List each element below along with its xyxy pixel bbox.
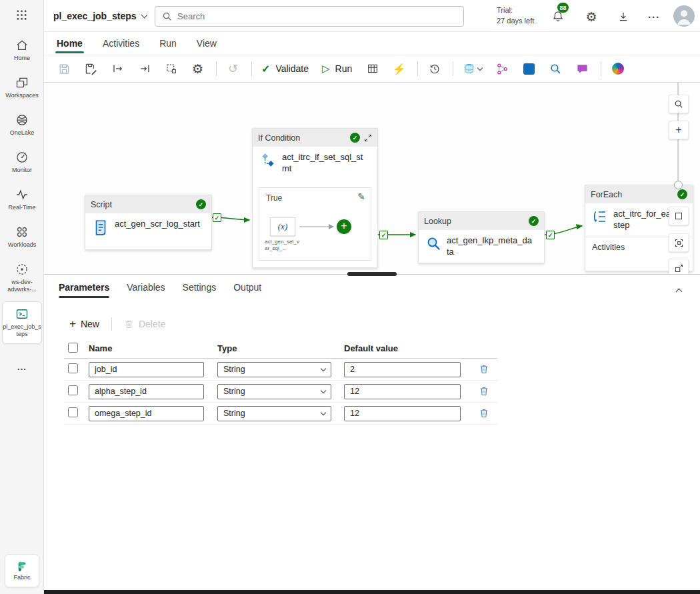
comments-button[interactable] — [573, 59, 592, 79]
app-launcher-icon[interactable] — [16, 9, 27, 23]
run-button[interactable]: ▷ Run — [322, 63, 352, 75]
validate-button[interactable]: ✓ Validate — [261, 63, 309, 75]
new-parameter-button[interactable]: + New — [64, 317, 105, 331]
param-default-input[interactable] — [344, 406, 461, 421]
row-checkbox[interactable] — [68, 407, 78, 417]
sidebar-item-monitor[interactable]: Monitor — [0, 150, 44, 174]
param-name-input[interactable] — [89, 384, 204, 399]
sidebar-item-pipeline[interactable]: pl_exec_job_steps — [2, 301, 42, 344]
window-bottom-edge — [44, 589, 700, 594]
blue-square-icon — [523, 63, 535, 75]
more-options-button[interactable]: ··· — [644, 7, 664, 27]
schedule-button[interactable]: ⚡ — [389, 59, 409, 79]
sidebar-item-label: Monitor — [2, 167, 42, 174]
fabric-home-button[interactable]: Fabric — [5, 554, 39, 587]
tab-parameters[interactable]: Parameters — [59, 275, 109, 300]
run-history-button[interactable] — [425, 59, 444, 79]
activity-lookup[interactable]: Lookup ✓ act_gen_lkp_meta_data — [418, 211, 545, 263]
delete-row-button[interactable] — [471, 408, 497, 419]
activity-script[interactable]: Script ✓ act_gen_scr_log_start — [85, 195, 212, 250]
panel-resize-handle[interactable] — [347, 272, 397, 276]
sidebar-item-onelake[interactable]: OneLake — [0, 113, 44, 137]
sidebar-item-workspace[interactable]: ws-dev-advwrks-... — [0, 262, 44, 294]
branch-arrow-icon — [299, 223, 335, 231]
activity-header: Script ✓ — [85, 195, 211, 213]
branch-icon — [496, 63, 509, 75]
pipeline-settings-button[interactable]: ⚙ — [188, 59, 207, 79]
tab-output[interactable]: Output — [233, 275, 261, 300]
param-default-input[interactable] — [344, 384, 461, 399]
delete-row-button[interactable] — [471, 364, 497, 375]
sidebar-item-workloads[interactable]: Workloads — [0, 225, 44, 249]
zoom-reset-button[interactable] — [669, 207, 689, 225]
param-type-select[interactable]: String — [217, 406, 331, 421]
sidebar-item-label: Workspaces — [2, 92, 42, 99]
param-name-input[interactable] — [89, 406, 204, 421]
realtime-icon — [15, 187, 29, 202]
select-all-checkbox[interactable] — [68, 343, 78, 353]
collapse-panel-button[interactable] — [671, 282, 687, 298]
tab-home[interactable]: Home — [57, 32, 83, 55]
sidebar-more-button[interactable]: ... — [0, 362, 44, 372]
blue-tile-button[interactable] — [519, 59, 539, 79]
find-button[interactable] — [546, 59, 565, 79]
arrow-from-bar-button[interactable] — [108, 59, 127, 79]
data-source-button[interactable] — [460, 59, 485, 79]
pipeline-canvas[interactable]: ✓ ✓ ✓ Script ✓ act_gen_scr_log_start If … — [44, 83, 700, 274]
settings-button[interactable]: ⚙ — [581, 7, 601, 27]
grid-view-button[interactable] — [363, 59, 382, 79]
multi-select-button[interactable] — [161, 59, 181, 79]
activity-if-condition[interactable]: If Condition ✓ act_itrc_if_set_sql_stmt … — [252, 128, 378, 268]
edit-pencil-icon[interactable]: ✎ — [357, 191, 365, 202]
save-as-button[interactable] — [81, 59, 101, 79]
expand-icon[interactable] — [364, 134, 372, 142]
zoom-in-button[interactable]: + — [669, 121, 689, 139]
fit-to-screen-button[interactable] — [669, 233, 689, 252]
delete-parameter-button[interactable]: Delete — [119, 319, 171, 329]
undo-button[interactable]: ↺ — [223, 59, 243, 79]
if-true-branch-panel[interactable]: True ✎ (x) + act_gen_set_var_sql_... — [259, 187, 371, 261]
add-activity-button[interactable]: + — [337, 219, 351, 234]
param-name-input[interactable] — [89, 362, 204, 377]
connection-anchor[interactable] — [674, 181, 683, 189]
column-header-name: Name — [89, 343, 217, 353]
save-button[interactable] — [55, 59, 74, 79]
success-badge-icon: ✓ — [677, 189, 687, 199]
fabric-label: Fabric — [13, 574, 30, 581]
sidebar-item-label: pl_exec_job_steps — [2, 323, 42, 339]
sidebar-item-label: ws-dev-advwrks-... — [2, 279, 42, 294]
global-search[interactable] — [155, 6, 464, 27]
branch-button[interactable] — [493, 59, 512, 79]
notifications-button[interactable]: 88 — [548, 7, 568, 27]
downloads-button[interactable] — [613, 7, 633, 27]
arrow-to-bar-button[interactable] — [135, 59, 154, 79]
toolbar-divider — [251, 61, 252, 76]
tab-activities[interactable]: Activities — [103, 32, 139, 55]
tab-variables[interactable]: Variables — [127, 275, 165, 300]
trial-status: Trial: 27 days left — [497, 5, 534, 27]
item-title-dropdown[interactable]: pl_exec_job_steps — [49, 0, 151, 32]
search-input[interactable] — [177, 11, 457, 21]
param-type-select[interactable]: String — [217, 384, 331, 399]
delete-row-button[interactable] — [471, 386, 497, 397]
sidebar-item-workspaces[interactable]: Workspaces — [0, 75, 44, 99]
param-default-input[interactable] — [344, 362, 461, 377]
bring-to-front-button[interactable] — [669, 259, 689, 274]
copilot-button[interactable] — [608, 59, 627, 79]
tab-settings[interactable]: Settings — [183, 275, 217, 300]
row-checkbox[interactable] — [68, 363, 78, 373]
canvas-search-button[interactable] — [669, 95, 689, 113]
sidebar-item-home[interactable]: Home — [0, 38, 44, 62]
toolbar-divider — [453, 61, 453, 76]
onelake-icon — [15, 113, 29, 127]
sidebar-item-realtime[interactable]: Real-Time — [0, 187, 44, 211]
param-type-select[interactable]: String — [217, 362, 331, 377]
trash-icon — [124, 319, 134, 329]
tab-view[interactable]: View — [197, 32, 217, 55]
row-checkbox[interactable] — [68, 385, 78, 395]
delete-label: Delete — [139, 319, 165, 329]
run-play-icon: ▷ — [322, 63, 330, 75]
tab-run[interactable]: Run — [159, 32, 177, 55]
account-avatar[interactable] — [673, 5, 695, 27]
set-variable-activity[interactable]: (x) — [270, 217, 295, 236]
